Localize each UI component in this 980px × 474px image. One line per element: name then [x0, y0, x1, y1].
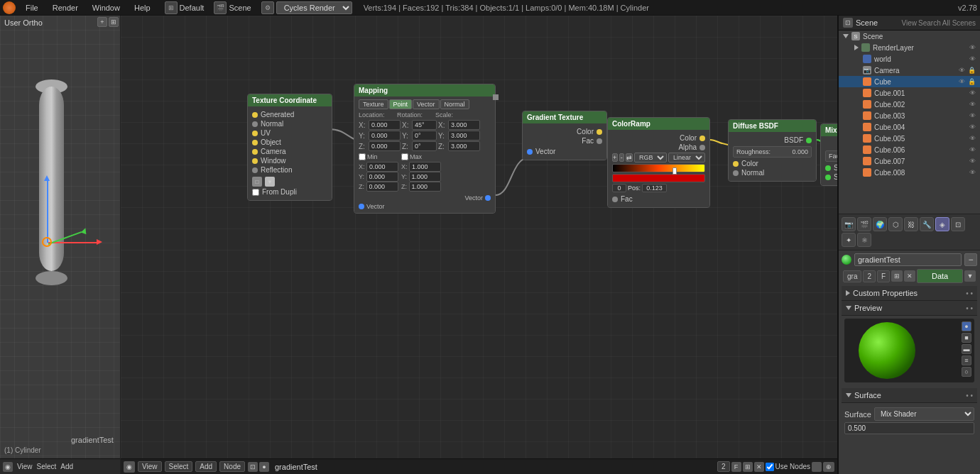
vp-mode-icon[interactable]: ◉ — [3, 462, 13, 472]
cube008-eye[interactable]: 👁 — [969, 169, 976, 176]
node-mapping[interactable]: Mapping Texture Point Vector Normal Loca… — [354, 84, 496, 214]
viewport-icon-plus[interactable]: + — [97, 17, 107, 27]
prop-particle-icon[interactable]: ✦ — [842, 233, 856, 247]
menu-window[interactable]: Window — [88, 2, 124, 13]
ned-collapse-icon[interactable]: ✕ — [754, 462, 764, 472]
socket-vector-out[interactable] — [485, 195, 491, 201]
preview-btn-cube[interactable]: ■ — [962, 333, 971, 343]
menu-help[interactable]: Help — [130, 2, 155, 13]
ned-extra-icon[interactable]: ⊕ — [823, 462, 834, 472]
outliner-item-cube006[interactable]: Cube.006 👁 — [839, 144, 980, 155]
max-y-input[interactable] — [409, 172, 441, 182]
outliner-view-btn[interactable]: View — [902, 19, 918, 27]
preview-btn-world[interactable]: ○ — [962, 367, 971, 377]
ned-expand-icon[interactable]: ⊞ — [743, 462, 753, 472]
preview-btn-plane[interactable]: ▬ — [962, 344, 971, 354]
location-y-input[interactable] — [369, 131, 401, 140]
renderlayer-eye[interactable]: 👁 — [969, 44, 976, 51]
cramp-color-preview[interactable] — [612, 174, 705, 182]
socket-cramp-alpha[interactable] — [699, 145, 705, 150]
max-x-input[interactable] — [409, 162, 441, 172]
ned-node-btn[interactable]: Node — [219, 461, 245, 472]
socket-mix-shader2-in[interactable] — [825, 175, 831, 180]
cube001-eye[interactable]: 👁 — [969, 89, 976, 97]
outliner-search-btn[interactable]: Search — [918, 19, 941, 27]
use-nodes-checkbox[interactable] — [766, 463, 774, 471]
scene-icon[interactable]: 🎬 — [214, 1, 227, 14]
preview-btn-sphere[interactable]: ● — [962, 321, 971, 331]
preview-header[interactable]: Preview • • — [842, 301, 977, 316]
prop-physics-icon[interactable]: ⚛ — [857, 233, 871, 247]
prop-material-icon[interactable]: ◈ — [935, 217, 949, 231]
ned-view-btn[interactable]: View — [138, 461, 162, 472]
mapping-out-socket[interactable] — [493, 94, 499, 100]
cube006-eye[interactable]: 👁 — [969, 146, 976, 153]
menu-render[interactable]: Render — [48, 2, 82, 13]
cube-eye[interactable]: 👁 — [959, 78, 965, 85]
ned-frame-btn[interactable]: 2 — [717, 461, 730, 472]
outliner-item-cube[interactable]: Cube 👁 🔒 — [839, 76, 980, 87]
roughness-input[interactable]: Roughness: 0.000 — [733, 146, 812, 158]
socket-diffuse-normal-in[interactable] — [733, 170, 739, 176]
preview-sphere-container[interactable]: ● ■ ▬ ≡ ○ — [844, 319, 974, 382]
data-add-btn[interactable]: ▼ — [964, 270, 976, 282]
max-checkbox[interactable] — [401, 153, 408, 160]
prop-constraint-icon[interactable]: ⛓ — [904, 217, 918, 231]
outliner-item-renderlayer[interactable]: RenderLayer 👁 — [839, 42, 980, 53]
node-diffuse-bsdf[interactable]: Diffuse BSDF BSDF Roughness: 0.000 Color — [728, 119, 817, 182]
data-btn-gra[interactable]: gra — [843, 270, 861, 282]
node-mix-shader[interactable]: Mix Shader Shader Fac: 0.500 Shader — [820, 123, 838, 186]
cramp-mode-select[interactable]: RGB — [634, 153, 667, 162]
outliner-all-scenes-btn[interactable]: All Scenes — [942, 19, 976, 27]
ned-cam-icon[interactable]: ⊡ — [248, 462, 258, 472]
socket-window[interactable] — [252, 158, 258, 164]
ned-add-btn[interactable]: Add — [195, 461, 217, 472]
render-engine-select[interactable]: Cycles Render — [276, 1, 352, 14]
cramp-handle[interactable] — [673, 167, 677, 175]
data-btn-2[interactable]: 2 — [863, 270, 876, 282]
cube002-eye[interactable]: 👁 — [969, 101, 976, 108]
tab-normal[interactable]: Normal — [440, 99, 469, 109]
scale-y-input[interactable] — [448, 131, 480, 140]
data-main-btn[interactable]: Data — [917, 269, 963, 283]
viewport-icon-grid[interactable]: ⊞ — [109, 17, 119, 27]
cramp-flip-btn[interactable]: ⇄ — [626, 153, 633, 162]
material-remove-btn[interactable]: − — [964, 253, 977, 266]
menu-file[interactable]: File — [21, 2, 43, 13]
custom-properties-header[interactable]: Custom Properties • • — [842, 286, 977, 301]
min-x-input[interactable] — [366, 162, 398, 172]
vp-add-btn[interactable]: Add — [60, 463, 73, 470]
camera-eye[interactable]: 👁 — [959, 67, 965, 74]
preview-btn-hair[interactable]: ≡ — [962, 356, 971, 365]
outliner-item-cube008[interactable]: Cube.008 👁 — [839, 167, 980, 178]
node-gradient-texture[interactable]: Gradient Texture Color Fac Vector — [522, 111, 607, 160]
prop-scene-icon[interactable]: 🎬 — [857, 217, 871, 231]
surface-shader-select[interactable]: Mix Shader — [874, 407, 974, 421]
socket-normal[interactable] — [252, 121, 258, 127]
socket-camera[interactable] — [252, 149, 258, 155]
outliner-item-cube003[interactable]: Cube.003 👁 — [839, 110, 980, 121]
rotation-y-input[interactable] — [412, 131, 437, 140]
prop-object-icon[interactable]: ⬡ — [888, 217, 903, 231]
scale-x-input[interactable] — [448, 120, 480, 130]
socket-vector-in[interactable] — [359, 204, 364, 209]
data-btn-f[interactable]: F — [877, 270, 890, 282]
cramp-gradient-bar[interactable] — [612, 164, 705, 172]
material-name-input[interactable] — [854, 253, 962, 266]
cramp-add-btn[interactable]: + — [612, 153, 618, 162]
cube005-eye[interactable]: 👁 — [969, 135, 976, 142]
outliner-item-scene[interactable]: S Scene — [839, 31, 980, 42]
mix-fac-input[interactable]: Fac: 0.500 — [825, 150, 838, 162]
tab-vector[interactable]: Vector — [413, 99, 440, 109]
socket-cramp-color[interactable] — [699, 136, 705, 141]
from-dupli-checkbox[interactable] — [252, 189, 259, 196]
outliner-item-cube004[interactable]: Cube.004 👁 — [839, 121, 980, 133]
location-z-input[interactable] — [369, 141, 401, 151]
cramp-pos-value-input[interactable] — [642, 184, 667, 192]
ned-pinch-icon[interactable] — [812, 462, 822, 472]
socket-gradient-fac[interactable] — [597, 138, 602, 144]
socket-uv[interactable] — [252, 131, 258, 136]
ned-sphere-icon[interactable]: ● — [259, 462, 269, 472]
socket-generated[interactable] — [252, 112, 258, 118]
socket-gradient-vector-in[interactable] — [527, 149, 533, 155]
